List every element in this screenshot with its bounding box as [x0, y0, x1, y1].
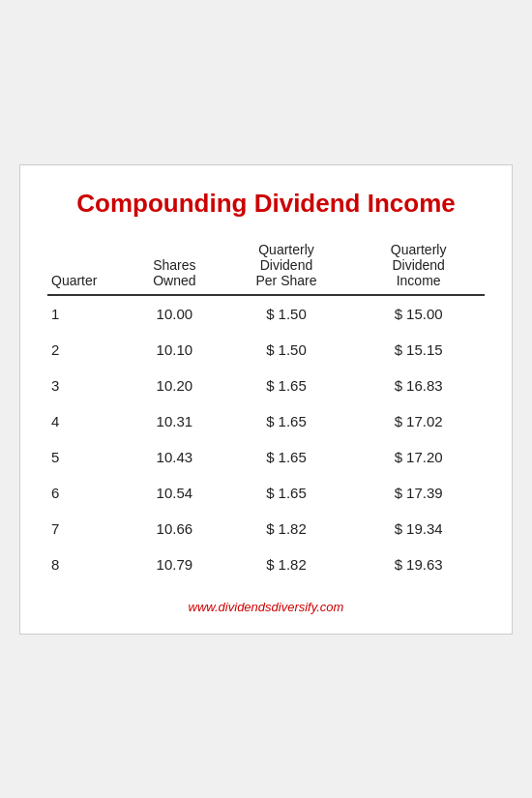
currency-symbol: $ [266, 413, 274, 429]
cell-divps: $1.50 [221, 295, 353, 332]
dividend-table: Quarter SharesOwned QuarterlyDividendPer… [47, 242, 485, 582]
divps-value: 1.82 [279, 556, 307, 573]
cell-quarter: 4 [47, 403, 129, 439]
header-shares: SharesOwned [129, 242, 221, 295]
cell-quarter: 6 [47, 475, 129, 511]
cell-divps: $1.65 [221, 439, 353, 475]
table-row: 510.43$1.65$17.20 [47, 439, 485, 475]
currency-symbol: $ [266, 520, 274, 537]
currency-symbol: $ [266, 341, 274, 358]
cell-divinc: $19.34 [352, 511, 485, 547]
divps-value: 1.65 [279, 377, 307, 394]
currency-symbol: $ [266, 377, 274, 394]
footer-url: www.dividendsdiversify.com [47, 600, 485, 614]
table-row: 610.54$1.65$17.39 [47, 475, 485, 511]
header-quarter: Quarter [47, 242, 129, 295]
header-divps: QuarterlyDividendPer Share [221, 242, 353, 295]
divps-value: 1.50 [279, 306, 307, 322]
table-row: 410.31$1.65$17.02 [47, 403, 485, 439]
currency-symbol: $ [395, 377, 402, 394]
cell-divinc: $19.63 [352, 547, 485, 582]
cell-shares: 10.79 [129, 547, 221, 582]
currency-symbol: $ [395, 413, 402, 429]
page-title: Compounding Dividend Income [47, 189, 485, 219]
currency-symbol: $ [395, 520, 402, 537]
cell-shares: 10.31 [129, 403, 221, 439]
divps-value: 1.65 [279, 485, 307, 501]
cell-divinc: $17.02 [352, 403, 485, 439]
divinc-value: 17.20 [406, 449, 443, 465]
cell-shares: 10.43 [129, 439, 221, 475]
header-divinc: QuarterlyDividendIncome [352, 242, 485, 295]
currency-symbol: $ [395, 449, 402, 465]
cell-quarter: 3 [47, 368, 129, 403]
cell-divinc: $16.83 [352, 368, 485, 403]
cell-quarter: 1 [47, 295, 129, 332]
table-row: 810.79$1.82$19.63 [47, 547, 485, 582]
currency-symbol: $ [266, 449, 274, 465]
divinc-value: 17.39 [406, 485, 443, 501]
cell-shares: 10.54 [129, 475, 221, 511]
divps-value: 1.65 [279, 413, 307, 429]
cell-divps: $1.65 [221, 475, 353, 511]
cell-divinc: $15.00 [352, 295, 485, 332]
cell-quarter: 8 [47, 547, 129, 582]
cell-divps: $1.50 [221, 332, 353, 368]
table-row: 210.10$1.50$15.15 [47, 332, 485, 368]
table-row: 310.20$1.65$16.83 [47, 368, 485, 403]
divinc-value: 17.02 [406, 413, 443, 429]
currency-symbol: $ [395, 341, 402, 358]
table-row: 710.66$1.82$19.34 [47, 511, 485, 547]
divinc-value: 15.00 [406, 306, 443, 322]
divps-value: 1.50 [279, 341, 307, 358]
cell-shares: 10.20 [129, 368, 221, 403]
cell-divps: $1.82 [221, 547, 353, 582]
cell-shares: 10.66 [129, 511, 221, 547]
currency-symbol: $ [266, 306, 274, 322]
cell-divps: $1.65 [221, 403, 353, 439]
divinc-value: 19.34 [406, 520, 443, 537]
currency-symbol: $ [266, 485, 274, 501]
divps-value: 1.82 [279, 520, 307, 537]
cell-divinc: $15.15 [352, 332, 485, 368]
currency-symbol: $ [266, 556, 274, 573]
card: Compounding Dividend Income Quarter Shar… [19, 164, 513, 635]
cell-shares: 10.10 [129, 332, 221, 368]
table-row: 110.00$1.50$15.00 [47, 295, 485, 332]
currency-symbol: $ [395, 306, 402, 322]
divinc-value: 15.15 [406, 341, 443, 358]
currency-symbol: $ [395, 556, 402, 573]
cell-quarter: 5 [47, 439, 129, 475]
divps-value: 1.65 [279, 449, 307, 465]
cell-divps: $1.82 [221, 511, 353, 547]
currency-symbol: $ [395, 485, 402, 501]
divinc-value: 16.83 [406, 377, 443, 394]
cell-quarter: 2 [47, 332, 129, 368]
cell-shares: 10.00 [129, 295, 221, 332]
cell-divinc: $17.20 [352, 439, 485, 475]
cell-quarter: 7 [47, 511, 129, 547]
cell-divps: $1.65 [221, 368, 353, 403]
cell-divinc: $17.39 [352, 475, 485, 511]
divinc-value: 19.63 [406, 556, 443, 573]
